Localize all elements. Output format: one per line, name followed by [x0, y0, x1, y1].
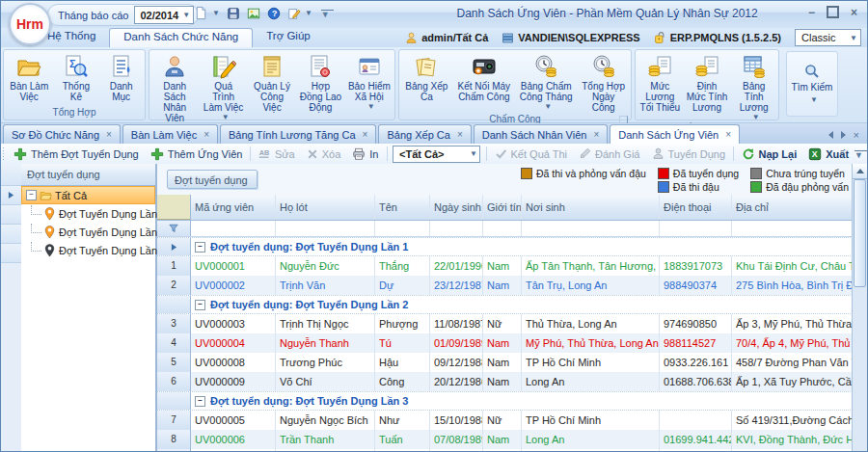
ribbon-button-ban-lam-viec[interactable]: Bàn Làm Việc: [5, 51, 53, 106]
cell-code[interactable]: UV000001: [191, 256, 276, 276]
maximize-button[interactable]: [827, 6, 839, 18]
cell-gender[interactable]: Nam: [483, 353, 522, 372]
ribbon-button-bao-hiem-xa-hoi[interactable]: Bảo Hiểm Xã Hội▼: [345, 51, 393, 132]
cell-gender[interactable]: Nữ: [483, 314, 522, 333]
table-row[interactable]: 1UV000001Nguyễn ĐứcThắng22/01/1990NamẤp …: [157, 256, 853, 276]
tree-node-batch-1[interactable]: Đợt Tuyển Dụng Lần 1: [21, 204, 155, 223]
doc-tab-ban-lam-viec[interactable]: Bàn Làm Việc×: [122, 124, 218, 144]
filter-cell[interactable]: [430, 221, 483, 236]
cell-addr[interactable]: Khu Tái Định Cư, Châu Thà: [732, 256, 853, 276]
cell-first[interactable]: Hậu: [375, 353, 430, 372]
row-number[interactable]: 1: [157, 256, 191, 276]
cell-dob[interactable]: 20/12/1986: [430, 372, 483, 391]
reload-button[interactable]: Nạp Lại: [736, 145, 803, 163]
column-header[interactable]: Địa chỉ: [732, 195, 853, 220]
recruit-button[interactable]: Tuyển Dụng: [646, 145, 732, 163]
cell-last[interactable]: Nguyễn Ngọc Bích: [276, 411, 375, 430]
row-number[interactable]: 3: [157, 314, 191, 333]
group-row[interactable]: −Đợt tuyển dụng: Đợt Tuyển Dụng Lần 3: [157, 391, 853, 411]
help-button[interactable]: [265, 6, 283, 21]
cell-first[interactable]: Phượng: [375, 314, 430, 333]
column-header[interactable]: Ngày sinh: [430, 195, 483, 220]
cell-code[interactable]: UV000004: [191, 333, 276, 353]
minimize-button[interactable]: −: [808, 7, 815, 18]
tree-node-batch-2[interactable]: Đợt Tuyển Dụng Lần 2: [21, 223, 155, 241]
cell-code[interactable]: UV000008: [191, 353, 276, 372]
exam-result-button[interactable]: Kết Quả Thi: [489, 145, 574, 163]
cell-addr[interactable]: 275 Bình Hòa, Bình Trị Đôn: [732, 276, 853, 295]
cell-pob[interactable]: Long An: [522, 430, 660, 449]
cell-dob[interactable]: 11/08/1987: [430, 314, 483, 333]
ribbon-button-qua-trinh-lam-viec[interactable]: Quá Trình Làm Việc▼: [199, 51, 247, 132]
cell-dob[interactable]: 22/01/1990: [430, 256, 483, 276]
cell-dob[interactable]: 23/12/1987: [430, 276, 483, 295]
filter-cell[interactable]: [191, 221, 276, 236]
table-row[interactable]: 7UV000005Nguyễn Ngọc BíchNhư15/10/1988Nữ…: [157, 411, 853, 430]
table-row[interactable]: 4UV000004Nguyễn ThanhTú01/09/1989NamMỹ P…: [157, 333, 853, 353]
table-row[interactable]: 2UV000002Trịnh VănDự23/12/1987NamTân Trụ…: [157, 276, 853, 295]
cell-first[interactable]: Thắng: [375, 256, 430, 276]
cell-phone[interactable]: 0933.226.161: [660, 353, 732, 372]
collapse-icon[interactable]: −: [26, 190, 37, 200]
delete-button[interactable]: Xóa: [301, 145, 347, 163]
cell-phone[interactable]: 974690850: [660, 314, 732, 333]
row-number[interactable]: 5: [157, 353, 191, 372]
row-number[interactable]: 4: [157, 333, 191, 353]
cell-code[interactable]: UV000005: [191, 411, 276, 430]
scrollbar-thumb[interactable]: [854, 179, 866, 287]
filter-cell[interactable]: [522, 221, 660, 236]
row-number[interactable]: 6: [157, 372, 191, 391]
cell-last[interactable]: Trương Phúc: [276, 353, 375, 372]
export-button[interactable]: Xuất: [802, 145, 854, 163]
row-indicator-cell[interactable]: [157, 238, 191, 255]
table-row[interactable]: 6UV000009Võ ChíCông20/12/1986NamLong An0…: [157, 372, 853, 391]
cell-phone[interactable]: 988114527: [660, 333, 732, 353]
ribbon-button-quan-ly-cong-viec[interactable]: Quản Lý Công Việc: [248, 51, 296, 132]
cell-first[interactable]: Tuấn: [375, 430, 430, 449]
cell-phone[interactable]: 988490374: [660, 276, 732, 295]
app-logo[interactable]: Hrm: [9, 3, 51, 45]
group-by-button[interactable]: Đợt tuyển dụng: [167, 170, 258, 189]
doc-tab-bang-tinh-luong-tang-ca[interactable]: Bảng Tính Lương Tăng Ca×: [220, 124, 376, 144]
cell-last[interactable]: Nguyễn Thanh: [276, 333, 375, 353]
table-row[interactable]: 9UV000007Lê ThịTính20/11/1983NữPhú Yên09…: [157, 449, 853, 451]
cell-dob[interactable]: 09/12/1988: [430, 353, 483, 372]
cell-gender[interactable]: Nữ: [483, 449, 522, 451]
ribbon-button-bang-tinh-luong[interactable]: Bảng Tính Lương▼: [730, 51, 777, 121]
cell-last[interactable]: Võ Chí: [276, 372, 375, 391]
table-row[interactable]: 5UV000008Trương PhúcHậu09/12/1988NamTP H…: [157, 353, 853, 372]
evaluate-button[interactable]: Đánh Giá: [573, 145, 645, 163]
report-month-select[interactable]: 02/2014 ▼: [134, 6, 194, 24]
ribbon-button-tong-hop-ngay-cong[interactable]: Tổng Hợp Ngày Công: [577, 51, 630, 113]
close-icon[interactable]: ×: [203, 130, 209, 140]
cell-dob[interactable]: 20/11/1983: [430, 449, 483, 451]
cell-last[interactable]: Lê Thị: [276, 449, 375, 451]
cell-gender[interactable]: Nam: [483, 430, 522, 449]
cell-addr[interactable]: 68/984 Nguyễn Kiệm, Phư: [732, 449, 853, 451]
tree-node-root[interactable]: − Tất Cả: [21, 186, 155, 204]
cell-code[interactable]: UV000009: [191, 372, 276, 391]
filter-select[interactable]: <Tất Cả>▼: [393, 146, 480, 163]
ribbon-button-bang-xep-ca[interactable]: Bảng Xếp Ca: [400, 51, 453, 113]
tab-scroll-right-icon[interactable]: [841, 131, 846, 139]
edit-button[interactable]: Sửa: [253, 145, 301, 163]
cell-gender[interactable]: Nam: [483, 256, 522, 276]
ribbon-button-danh-muc[interactable]: Danh Mục: [98, 51, 144, 106]
cell-pob[interactable]: TP Hồ Chí Minh: [522, 411, 660, 430]
cell-last[interactable]: Trần Thanh: [276, 430, 375, 449]
cell-addr[interactable]: 458/7 Đường Phan Văn Trị: [732, 353, 853, 372]
add-candidate-button[interactable]: Thêm Ứng Viên: [145, 145, 249, 163]
cell-last[interactable]: Trịnh Văn: [276, 276, 375, 295]
filter-cell[interactable]: [483, 221, 522, 236]
cell-phone[interactable]: 0972.459.948: [660, 449, 732, 451]
doc-tab-bang-xep-ca[interactable]: Bảng Xếp Ca×: [378, 124, 471, 144]
close-button[interactable]: ×: [851, 7, 857, 18]
filter-cell[interactable]: [660, 221, 732, 236]
row-indicator-cell[interactable]: [157, 296, 191, 313]
table-row[interactable]: 8UV000006Trần ThanhTuấn07/08/1989NamLong…: [157, 430, 853, 449]
cell-addr[interactable]: Số 419/311,Đường Cách M: [732, 411, 853, 430]
cell-phone[interactable]: 01688.706.638: [660, 372, 732, 391]
group-row[interactable]: −Đợt tuyển dụng: Đợt Tuyển Dụng Lần 2: [157, 295, 853, 314]
close-tab-icon[interactable]: ×: [854, 130, 859, 140]
cell-gender[interactable]: Nam: [483, 276, 522, 295]
